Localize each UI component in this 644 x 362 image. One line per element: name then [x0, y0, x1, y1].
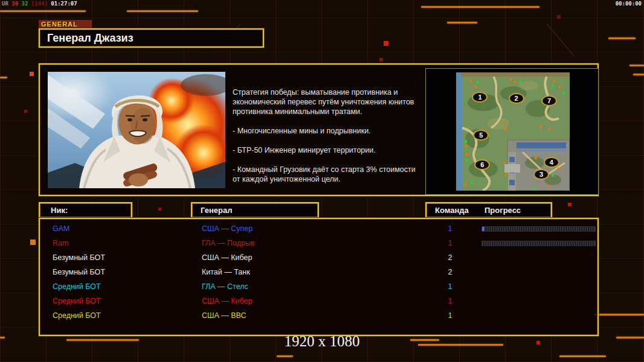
column-header-team-progress: Команда Прогресс [425, 202, 552, 218]
player-team: 2 [441, 250, 459, 265]
tab-general[interactable]: GENERAL [39, 20, 92, 29]
table-row[interactable]: Средний БОТСША — Кибер1 [40, 294, 597, 308]
elapsed-timer: 01:27:07 [51, 1, 77, 7]
strategy-summary: Стратегия победы: выматывание противника… [233, 87, 422, 116]
map-preview-box: 1275643 [425, 68, 599, 195]
strategy-point-1: - Многочисленные мины и подрывники. [233, 126, 422, 136]
table-row[interactable]: RamГЛА — Подрыв1 [40, 236, 597, 250]
resolution-label: 1920 x 1080 [0, 333, 644, 350]
general-portrait [48, 72, 225, 188]
decor-segment [608, 37, 636, 39]
decor-segment [594, 314, 644, 316]
minimap [456, 72, 570, 191]
player-rows: GAMСША — Супер1RamГЛА — Подрыв1Безумный … [40, 221, 597, 323]
table-row[interactable]: Средний БОТСША — ВВС1 [40, 308, 597, 323]
table-row[interactable]: Безумный БОТСША — Кибер2 [40, 250, 597, 265]
players-table: GAMСША — Супер1RamГЛА — Подрыв1Безумный … [39, 218, 599, 336]
decor-square [30, 72, 34, 76]
decor-segment [0, 10, 86, 12]
player-nick: GAM [53, 221, 69, 236]
player-team: 1 [441, 279, 459, 294]
table-row[interactable]: Средний БОТГЛА — Стелс1 [40, 279, 597, 294]
status-value-1: 30 [11, 1, 18, 7]
player-general: ГЛА — Подрыв [202, 236, 255, 250]
decor-square [24, 110, 27, 113]
decor-square [384, 41, 388, 46]
decor-segment [127, 10, 198, 12]
briefing-panel: Стратегия победы: выматывание противника… [39, 63, 599, 196]
player-team: 2 [441, 265, 459, 279]
map-marker: 4 [544, 157, 559, 168]
decor-square [158, 208, 161, 211]
strategy-point-2: - БТР-50 Инженер минирует территории. [233, 145, 422, 155]
nick-header-label: Ник: [51, 206, 68, 215]
player-general: США — Супер [202, 221, 253, 236]
status-label: UR [2, 1, 8, 7]
fps-readout: UR 30 32 [144] 01:27:07 [2, 0, 77, 8]
table-row[interactable]: GAMСША — Супер1 [40, 221, 597, 236]
decor-square [379, 58, 383, 62]
map-marker: 5 [473, 130, 489, 141]
decor-square [557, 15, 561, 19]
general-title-box: Генерал Джазиз [39, 28, 264, 48]
strategy-text: Стратегия победы: выматывание противника… [233, 87, 422, 194]
decor-segment [277, 355, 293, 357]
decor-segment [447, 22, 477, 24]
player-general: США — ВВС [202, 308, 246, 323]
decor-square [568, 203, 572, 206]
strategy-point-3: - Командный Грузовик даёт со старта 3% с… [233, 165, 422, 184]
player-general: США — Кибер [202, 294, 252, 308]
status-value-2: 32 [22, 1, 28, 7]
decor-segment [630, 65, 644, 66]
progress-header-label: Прогресс [485, 203, 521, 217]
decor-segment [0, 77, 7, 78]
player-nick: Ram [53, 236, 68, 250]
map-marker: 6 [474, 159, 490, 170]
player-team: 1 [441, 236, 459, 250]
team-header-label: Команда [435, 203, 469, 217]
map-image: 1275643 [456, 72, 570, 191]
player-team: 1 [441, 221, 459, 236]
player-nick: Средний БОТ [53, 308, 101, 323]
decor-square [30, 240, 36, 245]
player-nick: Безумный БОТ [53, 250, 105, 265]
table-row[interactable]: Безумный БОТКитай — Танк2 [40, 265, 597, 279]
decor-segment [559, 355, 606, 357]
map-marker: 3 [533, 169, 549, 180]
player-nick: Безумный БОТ [53, 265, 105, 279]
player-general: США — Кибер [202, 250, 252, 265]
player-general: ГЛА — Стелс [202, 279, 248, 294]
progress-bar [481, 241, 596, 246]
player-general: Китай — Танк [202, 265, 250, 279]
progress-bar [481, 226, 596, 232]
column-header-general: Генерал [191, 202, 319, 218]
player-team: 1 [441, 294, 459, 308]
column-header-nick: Ник: [39, 202, 132, 218]
decor-line [547, 24, 575, 56]
player-team: 1 [441, 308, 459, 323]
portrait-image [48, 72, 225, 188]
player-nick: Средний БОТ [53, 294, 101, 308]
game-timer: 00:00:00 [616, 0, 642, 8]
decor-segment [633, 74, 644, 75]
status-value-3: [144] [31, 1, 48, 7]
map-marker: 2 [509, 93, 524, 104]
status-bar: UR 30 32 [144] 01:27:07 00:00:00 [0, 0, 644, 8]
game-lobby-screen: UR 30 32 [144] 01:27:07 00:00:00 GENERAL… [0, 0, 644, 362]
player-nick: Средний БОТ [53, 279, 101, 294]
page-title: Генерал Джазиз [40, 30, 263, 45]
general-header-label: Генерал [201, 206, 232, 215]
